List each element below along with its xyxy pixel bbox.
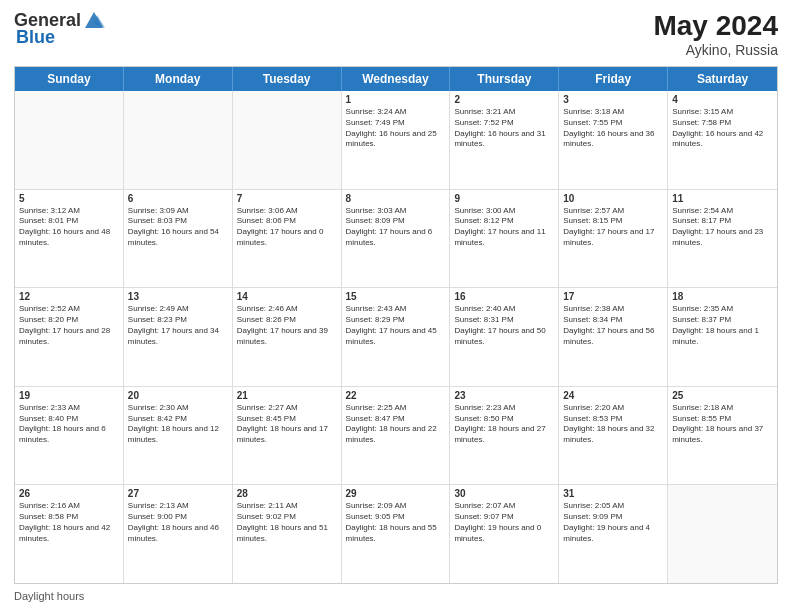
daylight-text: Daylight: 16 hours and 36 minutes. xyxy=(563,129,663,151)
location: Aykino, Russia xyxy=(653,42,778,58)
sunset-text: Sunset: 9:09 PM xyxy=(563,512,663,523)
day-number: 24 xyxy=(563,390,663,401)
day-number: 20 xyxy=(128,390,228,401)
day-number: 31 xyxy=(563,488,663,499)
sunset-text: Sunset: 9:05 PM xyxy=(346,512,446,523)
calendar-header: SundayMondayTuesdayWednesdayThursdayFrid… xyxy=(15,67,777,91)
day-cell-7: 7Sunrise: 3:06 AMSunset: 8:06 PMDaylight… xyxy=(233,190,342,288)
day-number: 18 xyxy=(672,291,773,302)
day-number: 28 xyxy=(237,488,337,499)
day-number: 16 xyxy=(454,291,554,302)
sunrise-text: Sunrise: 2:25 AM xyxy=(346,403,446,414)
header: General Blue May 2024 Aykino, Russia xyxy=(14,10,778,58)
day-cell-3: 3Sunrise: 3:18 AMSunset: 7:55 PMDaylight… xyxy=(559,91,668,189)
day-number: 2 xyxy=(454,94,554,105)
day-cell-31: 31Sunrise: 2:05 AMSunset: 9:09 PMDayligh… xyxy=(559,485,668,583)
day-number: 8 xyxy=(346,193,446,204)
day-cell-30: 30Sunrise: 2:07 AMSunset: 9:07 PMDayligh… xyxy=(450,485,559,583)
day-cell-8: 8Sunrise: 3:03 AMSunset: 8:09 PMDaylight… xyxy=(342,190,451,288)
sunrise-text: Sunrise: 2:43 AM xyxy=(346,304,446,315)
day-number: 5 xyxy=(19,193,119,204)
day-cell-21: 21Sunrise: 2:27 AMSunset: 8:45 PMDayligh… xyxy=(233,387,342,485)
calendar-week-3: 12Sunrise: 2:52 AMSunset: 8:20 PMDayligh… xyxy=(15,288,777,387)
sunrise-text: Sunrise: 3:09 AM xyxy=(128,206,228,217)
sunrise-text: Sunrise: 3:03 AM xyxy=(346,206,446,217)
day-cell-14: 14Sunrise: 2:46 AMSunset: 8:26 PMDayligh… xyxy=(233,288,342,386)
day-cell-19: 19Sunrise: 2:33 AMSunset: 8:40 PMDayligh… xyxy=(15,387,124,485)
day-header-wednesday: Wednesday xyxy=(342,67,451,91)
day-number: 10 xyxy=(563,193,663,204)
sunrise-text: Sunrise: 2:18 AM xyxy=(672,403,773,414)
sunrise-text: Sunrise: 2:27 AM xyxy=(237,403,337,414)
sunrise-text: Sunrise: 2:33 AM xyxy=(19,403,119,414)
sunset-text: Sunset: 7:49 PM xyxy=(346,118,446,129)
sunset-text: Sunset: 8:23 PM xyxy=(128,315,228,326)
sunset-text: Sunset: 8:12 PM xyxy=(454,216,554,227)
daylight-text: Daylight: 18 hours and 37 minutes. xyxy=(672,424,773,446)
sunset-text: Sunset: 8:40 PM xyxy=(19,414,119,425)
sunrise-text: Sunrise: 2:38 AM xyxy=(563,304,663,315)
daylight-text: Daylight: 18 hours and 12 minutes. xyxy=(128,424,228,446)
day-cell-11: 11Sunrise: 2:54 AMSunset: 8:17 PMDayligh… xyxy=(668,190,777,288)
sunset-text: Sunset: 7:58 PM xyxy=(672,118,773,129)
sunset-text: Sunset: 8:34 PM xyxy=(563,315,663,326)
sunset-text: Sunset: 7:55 PM xyxy=(563,118,663,129)
daylight-text: Daylight: 17 hours and 34 minutes. xyxy=(128,326,228,348)
daylight-text: Daylight: 17 hours and 6 minutes. xyxy=(346,227,446,249)
calendar: SundayMondayTuesdayWednesdayThursdayFrid… xyxy=(14,66,778,584)
day-cell-24: 24Sunrise: 2:20 AMSunset: 8:53 PMDayligh… xyxy=(559,387,668,485)
day-number: 6 xyxy=(128,193,228,204)
day-cell-1: 1Sunrise: 3:24 AMSunset: 7:49 PMDaylight… xyxy=(342,91,451,189)
day-number: 27 xyxy=(128,488,228,499)
day-header-tuesday: Tuesday xyxy=(233,67,342,91)
sunset-text: Sunset: 8:29 PM xyxy=(346,315,446,326)
sunset-text: Sunset: 8:09 PM xyxy=(346,216,446,227)
title-block: May 2024 Aykino, Russia xyxy=(653,10,778,58)
sunset-text: Sunset: 8:50 PM xyxy=(454,414,554,425)
daylight-text: Daylight: 18 hours and 17 minutes. xyxy=(237,424,337,446)
logo: General Blue xyxy=(14,10,105,48)
day-cell-27: 27Sunrise: 2:13 AMSunset: 9:00 PMDayligh… xyxy=(124,485,233,583)
day-number: 21 xyxy=(237,390,337,401)
sunrise-text: Sunrise: 2:07 AM xyxy=(454,501,554,512)
sunrise-text: Sunrise: 2:46 AM xyxy=(237,304,337,315)
day-cell-25: 25Sunrise: 2:18 AMSunset: 8:55 PMDayligh… xyxy=(668,387,777,485)
daylight-text: Daylight: 17 hours and 17 minutes. xyxy=(563,227,663,249)
sunrise-text: Sunrise: 3:00 AM xyxy=(454,206,554,217)
day-number: 29 xyxy=(346,488,446,499)
sunrise-text: Sunrise: 2:35 AM xyxy=(672,304,773,315)
day-cell-4: 4Sunrise: 3:15 AMSunset: 7:58 PMDaylight… xyxy=(668,91,777,189)
sunrise-text: Sunrise: 3:06 AM xyxy=(237,206,337,217)
sunset-text: Sunset: 8:55 PM xyxy=(672,414,773,425)
day-cell-28: 28Sunrise: 2:11 AMSunset: 9:02 PMDayligh… xyxy=(233,485,342,583)
sunrise-text: Sunrise: 3:12 AM xyxy=(19,206,119,217)
daylight-text: Daylight: 18 hours and 32 minutes. xyxy=(563,424,663,446)
daylight-text: Daylight: 18 hours and 51 minutes. xyxy=(237,523,337,545)
empty-cell xyxy=(668,485,777,583)
day-number: 19 xyxy=(19,390,119,401)
day-number: 12 xyxy=(19,291,119,302)
daylight-text: Daylight: 17 hours and 0 minutes. xyxy=(237,227,337,249)
sunrise-text: Sunrise: 2:52 AM xyxy=(19,304,119,315)
daylight-text: Daylight: 16 hours and 42 minutes. xyxy=(672,129,773,151)
logo-icon xyxy=(83,10,105,32)
day-number: 26 xyxy=(19,488,119,499)
sunset-text: Sunset: 8:17 PM xyxy=(672,216,773,227)
day-number: 25 xyxy=(672,390,773,401)
calendar-week-4: 19Sunrise: 2:33 AMSunset: 8:40 PMDayligh… xyxy=(15,387,777,486)
footer: Daylight hours xyxy=(14,590,778,602)
daylight-text: Daylight: 17 hours and 39 minutes. xyxy=(237,326,337,348)
day-cell-2: 2Sunrise: 3:21 AMSunset: 7:52 PMDaylight… xyxy=(450,91,559,189)
sunrise-text: Sunrise: 2:40 AM xyxy=(454,304,554,315)
sunrise-text: Sunrise: 3:21 AM xyxy=(454,107,554,118)
sunrise-text: Sunrise: 2:23 AM xyxy=(454,403,554,414)
day-header-monday: Monday xyxy=(124,67,233,91)
sunset-text: Sunset: 9:02 PM xyxy=(237,512,337,523)
day-cell-17: 17Sunrise: 2:38 AMSunset: 8:34 PMDayligh… xyxy=(559,288,668,386)
day-number: 1 xyxy=(346,94,446,105)
sunset-text: Sunset: 9:00 PM xyxy=(128,512,228,523)
sunset-text: Sunset: 8:58 PM xyxy=(19,512,119,523)
sunrise-text: Sunrise: 3:18 AM xyxy=(563,107,663,118)
daylight-text: Daylight: 16 hours and 48 minutes. xyxy=(19,227,119,249)
calendar-week-5: 26Sunrise: 2:16 AMSunset: 8:58 PMDayligh… xyxy=(15,485,777,583)
